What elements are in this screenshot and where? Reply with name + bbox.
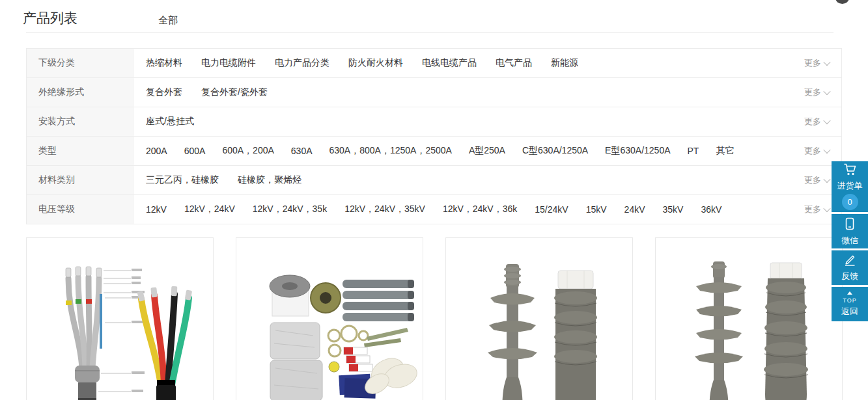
filter-option[interactable]: 其它 [716, 145, 734, 157]
cart-icon [842, 163, 858, 179]
filter-option[interactable]: A型250A [469, 145, 505, 157]
filter-option[interactable]: 35kV [663, 204, 684, 215]
chevron-down-icon [823, 176, 830, 183]
filter-table: 下级分类 热缩材料电力电缆附件电力产品分类防火耐火材料电线电缆产品电气产品新能源… [26, 48, 842, 224]
cart-button[interactable]: 进货单 0 [832, 161, 868, 212]
filter-row-subcategory: 下级分类 热缩材料电力电缆附件电力产品分类防火耐火材料电线电缆产品电气产品新能源… [27, 49, 841, 78]
page-title: 产品列表 [23, 9, 77, 27]
filter-option[interactable]: 200A [146, 146, 167, 156]
more-button[interactable]: 更多 [783, 78, 841, 107]
filter-options: 复合外套复合外套/瓷外套 [134, 78, 783, 107]
filter-option[interactable]: 热缩材料 [146, 57, 182, 69]
more-button[interactable]: 更多 [783, 107, 841, 136]
wechat-label: 微信 [841, 235, 858, 246]
filter-label: 安装方式 [27, 107, 134, 136]
product-card-1[interactable] [26, 237, 214, 400]
filter-option[interactable]: 630A，800A，1250A，2500A [329, 145, 452, 157]
filter-row-insulation: 外绝缘形式 复合外套复合外套/瓷外套 更多 [27, 78, 841, 107]
filter-option[interactable]: 座式/悬挂式 [146, 116, 194, 127]
filter-option[interactable]: 24kV [624, 204, 645, 215]
filter-option[interactable]: 三元乙丙，硅橡胶 [146, 174, 219, 186]
product-card-2[interactable] [236, 237, 423, 400]
filter-option[interactable]: 600A，200A [222, 145, 273, 157]
product-card-3[interactable] [445, 237, 633, 400]
product-image-termination-diagram [27, 238, 213, 400]
filter-option[interactable]: 电力电缆附件 [201, 57, 256, 69]
top-text: TOP [843, 297, 856, 304]
product-image-terminations [446, 238, 632, 400]
filter-option[interactable]: 硅橡胶，聚烯烃 [238, 174, 301, 186]
product-image-kit [236, 238, 423, 400]
product-card-4[interactable] [655, 237, 843, 400]
filter-option[interactable]: 电力产品分类 [275, 57, 329, 69]
filter-option[interactable]: 电线电缆产品 [422, 57, 477, 69]
filter-label: 材料类别 [27, 166, 134, 194]
chevron-down-icon [823, 205, 830, 212]
floating-sidebar: 进货单 0 微信 反馈 TOP 返回 [832, 161, 868, 323]
filter-options: 200A600A600A，200A630A630A，800A，1250A，250… [134, 137, 783, 165]
filter-option[interactable]: 15kV [586, 204, 607, 215]
filter-option[interactable]: 12kV，24kV，36k [443, 204, 517, 215]
back-label: 返回 [841, 306, 858, 317]
filter-option[interactable]: 电气产品 [496, 57, 532, 69]
filter-options: 12kV12kV，24kV12kV，24kV，35k12kV，24kV，35kV… [134, 195, 783, 224]
header-divider [26, 32, 833, 33]
filter-row-type: 类型 200A600A600A，200A630A630A，800A，1250A，… [27, 137, 841, 166]
wechat-button[interactable]: 微信 [832, 214, 868, 248]
filter-label: 下级分类 [27, 49, 134, 77]
filter-row-installation: 安装方式 座式/悬挂式 更多 [27, 107, 841, 137]
filter-option[interactable]: 复合外套 [146, 87, 182, 98]
filter-option[interactable]: 600A [184, 146, 206, 156]
chevron-down-icon [823, 88, 830, 95]
filter-options: 三元乙丙，硅橡胶硅橡胶，聚烯烃 [134, 166, 783, 194]
chevron-down-icon [823, 117, 830, 124]
filter-option[interactable]: 12kV，24kV，35k [253, 204, 327, 215]
chevron-down-icon [823, 59, 830, 66]
filter-option[interactable]: 12kV，24kV [184, 204, 235, 215]
filter-option[interactable]: 防火耐火材料 [348, 57, 403, 69]
pencil-icon [843, 254, 856, 269]
filter-options: 座式/悬挂式 [134, 107, 783, 136]
cart-badge: 0 [842, 194, 858, 210]
filter-label: 类型 [27, 137, 134, 165]
mobile-icon [844, 217, 856, 233]
filter-option[interactable]: 36kV [701, 204, 721, 215]
filter-row-voltage: 电压等级 12kV12kV，24kV12kV，24kV，35k12kV，24kV… [27, 195, 841, 224]
tab-all[interactable]: 全部 [158, 14, 178, 27]
filter-row-material: 材料类别 三元乙丙，硅橡胶硅橡胶，聚烯烃 更多 [27, 166, 841, 195]
filter-option[interactable]: 15/24kV [535, 204, 568, 215]
filter-label: 电压等级 [27, 195, 134, 224]
filter-option[interactable]: 12kV，24kV，35kV [344, 204, 425, 215]
feedback-button[interactable]: 反馈 [832, 250, 868, 285]
filter-option[interactable]: 630A [291, 146, 313, 156]
product-image-outdoor-terminations [656, 238, 842, 400]
filter-option[interactable]: 12kV [146, 204, 167, 215]
arrow-up-icon [847, 291, 852, 295]
filter-label: 外绝缘形式 [27, 78, 134, 107]
chevron-down-icon [823, 146, 830, 153]
feedback-label: 反馈 [841, 271, 858, 282]
filter-option[interactable]: E型630A/1250A [605, 145, 670, 157]
filter-option[interactable]: 复合外套/瓷外套 [201, 87, 268, 98]
avatar[interactable] [835, 0, 849, 4]
filter-option[interactable]: PT [688, 146, 699, 156]
cart-label: 进货单 [837, 180, 863, 191]
filter-options: 热缩材料电力电缆附件电力产品分类防火耐火材料电线电缆产品电气产品新能源 [134, 49, 783, 77]
more-button[interactable]: 更多 [783, 49, 841, 77]
filter-option[interactable]: 新能源 [551, 57, 578, 69]
product-grid [26, 237, 843, 400]
back-to-top-button[interactable]: TOP 返回 [832, 287, 868, 321]
filter-option[interactable]: C型630A/1250A [522, 145, 588, 157]
